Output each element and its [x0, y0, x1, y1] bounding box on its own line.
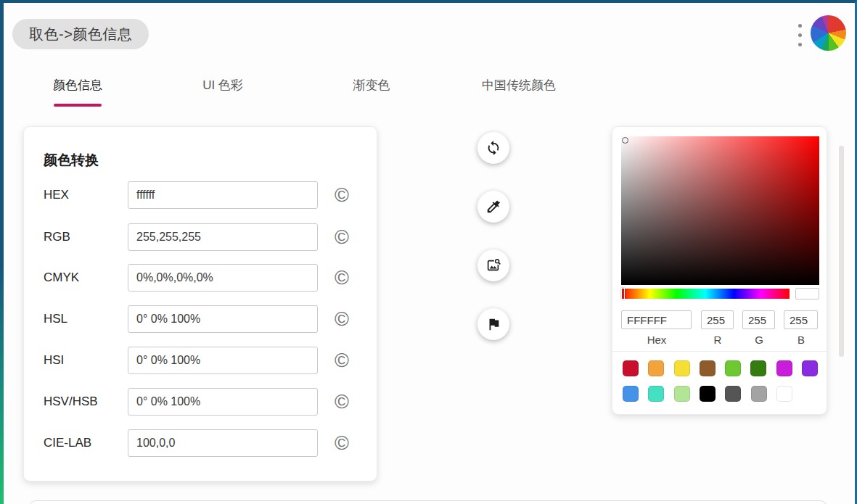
eyedropper-icon [485, 199, 501, 215]
conv-row-hsi: HSI [24, 347, 377, 374]
image-search-button[interactable] [477, 249, 509, 281]
hsl-label: HSL [44, 312, 67, 326]
color-wheel-icon[interactable] [811, 15, 846, 51]
conv-row-hsv: HSV/HSB [24, 388, 377, 416]
saturation-value-gradient[interactable] [621, 136, 819, 285]
flag-button[interactable] [477, 308, 509, 340]
cielab-input[interactable] [128, 429, 318, 457]
image-search-icon [485, 257, 501, 273]
copy-icon[interactable] [332, 268, 352, 288]
copy-icon[interactable] [332, 185, 352, 205]
sync-refresh-icon [485, 140, 501, 156]
color-swatch[interactable] [725, 386, 741, 402]
sv-selector-marker[interactable] [622, 137, 628, 144]
hue-slider-handle[interactable] [621, 288, 625, 299]
divider [612, 351, 827, 352]
conv-row-hsl: HSL [24, 305, 377, 333]
copy-icon[interactable] [332, 309, 352, 329]
picker-g-input[interactable] [742, 310, 775, 329]
rgb-input[interactable] [128, 223, 318, 251]
active-tab-underline [54, 104, 102, 107]
conv-row-cielab: CIE-LAB [24, 429, 377, 457]
current-color-preview [795, 288, 819, 299]
picker-hex-label: Hex [647, 334, 667, 346]
preset-swatch-row-1 [623, 360, 818, 376]
picker-b-input[interactable] [784, 310, 818, 329]
preset-swatch-row-2 [623, 386, 792, 402]
tab-gradient-colors[interactable]: 渐变色 [353, 77, 390, 94]
color-swatch[interactable] [751, 386, 767, 402]
sync-refresh-button[interactable] [477, 132, 509, 164]
tab-color-info[interactable]: 颜色信息 [53, 77, 102, 94]
copy-icon[interactable] [332, 227, 352, 247]
picker-hex-input[interactable] [621, 310, 692, 329]
picker-r-input[interactable] [701, 310, 734, 329]
hex-label: HEX [44, 188, 69, 202]
color-swatch[interactable] [700, 360, 715, 376]
picker-g-label: G [755, 334, 763, 346]
color-swatch[interactable] [776, 386, 792, 402]
eyedropper-button[interactable] [477, 191, 509, 223]
app-window: 取色->颜色信息 颜色信息 UI 色彩 渐变色 中国传统颜色 颜色转换 HEX … [0, 0, 857, 504]
color-swatch[interactable] [725, 360, 741, 376]
picker-r-label: R [714, 334, 722, 346]
conv-row-cmyk: CMYK [24, 264, 377, 292]
color-swatch[interactable] [648, 360, 664, 376]
scrollbar-thumb[interactable] [839, 146, 844, 357]
tab-chinese-traditional-colors[interactable]: 中国传统颜色 [482, 77, 556, 94]
next-section-card-edge [29, 500, 827, 504]
picker-b-label: B [797, 334, 805, 346]
conv-row-rgb: RGB [24, 223, 377, 251]
color-swatch[interactable] [648, 386, 664, 402]
copy-icon[interactable] [332, 350, 352, 371]
hex-input[interactable] [128, 181, 318, 209]
hue-slider[interactable] [621, 289, 790, 299]
cmyk-input[interactable] [128, 264, 318, 292]
color-swatch[interactable] [700, 386, 715, 402]
hsv-input[interactable] [128, 388, 318, 416]
tab-ui-colors[interactable]: UI 色彩 [202, 77, 243, 94]
card-title: 颜色转换 [44, 151, 99, 170]
page-title-badge: 取色->颜色信息 [12, 19, 149, 49]
hsi-label: HSI [44, 353, 64, 368]
copy-icon[interactable] [332, 433, 352, 453]
color-swatch[interactable] [623, 360, 639, 376]
kebab-menu-icon[interactable] [798, 24, 804, 46]
hsl-input[interactable] [128, 305, 318, 333]
cielab-label: CIE-LAB [44, 436, 91, 450]
rgb-label: RGB [44, 230, 70, 244]
color-swatch[interactable] [674, 386, 690, 402]
color-swatch[interactable] [674, 360, 690, 376]
color-swatch[interactable] [802, 360, 818, 376]
color-swatch[interactable] [623, 386, 639, 402]
color-conversion-card: 颜色转换 HEX RGB CMYK HSL HSI HSV/HSB [23, 126, 377, 482]
copy-icon[interactable] [332, 392, 352, 412]
hsv-label: HSV/HSB [44, 394, 98, 409]
color-picker-panel: Hex R G B [612, 126, 827, 415]
window-frame-gradient [0, 3, 4, 504]
conv-row-hex: HEX [24, 181, 377, 209]
flag-icon [485, 316, 501, 332]
cmyk-label: CMYK [44, 270, 79, 285]
color-swatch[interactable] [776, 360, 792, 376]
color-swatch[interactable] [750, 360, 766, 376]
hsi-input[interactable] [128, 347, 318, 374]
